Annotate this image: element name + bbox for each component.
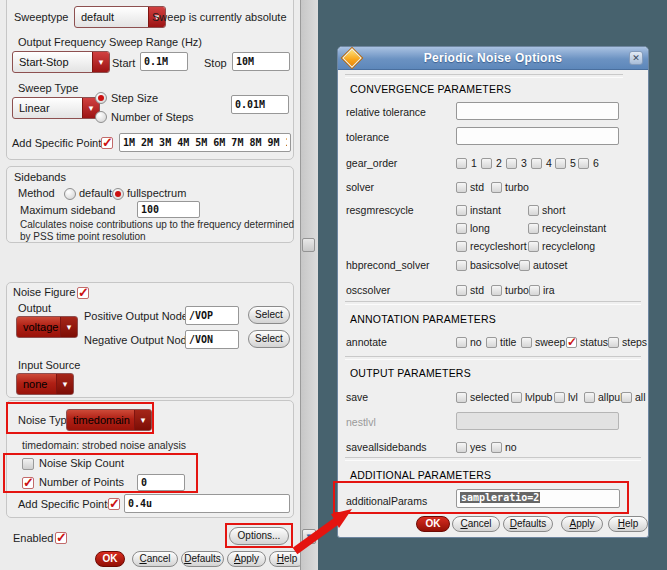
save-lvl-checkbox[interactable] bbox=[554, 392, 565, 403]
negative-node-label: Negative Output Node bbox=[84, 334, 193, 346]
cancel-button[interactable]: Cancel bbox=[132, 551, 178, 567]
saveallsidebands-label: saveallsidebands bbox=[346, 441, 427, 453]
save-all-checkbox[interactable] bbox=[621, 392, 632, 403]
annotation-box-points bbox=[3, 453, 198, 493]
annotate-title-checkbox[interactable] bbox=[486, 337, 497, 348]
resgm-recyclelong-checkbox[interactable] bbox=[528, 241, 539, 252]
resgm-long-label: long bbox=[470, 222, 490, 234]
negative-select-button[interactable]: Select bbox=[248, 330, 290, 348]
hb-autoset-checkbox[interactable] bbox=[519, 260, 530, 271]
range-mode-dropdown[interactable]: Start-Stop ▾ bbox=[12, 51, 110, 73]
titlebar-groove bbox=[345, 74, 623, 78]
dialog-ok-button[interactable]: OK bbox=[416, 516, 450, 532]
gear-4-checkbox[interactable] bbox=[531, 158, 542, 169]
annotate-no-checkbox[interactable] bbox=[456, 337, 467, 348]
noise-add-points-checkbox[interactable] bbox=[108, 498, 120, 510]
ok-button[interactable]: OK bbox=[95, 551, 125, 567]
sasb-yes-checkbox[interactable] bbox=[456, 442, 467, 453]
stop-label: Stop bbox=[204, 57, 227, 69]
hb-autoset-label: autoset bbox=[533, 259, 567, 271]
nestlvl-input bbox=[456, 412, 619, 430]
hb-basicsolver-checkbox[interactable] bbox=[456, 260, 467, 271]
positive-node-input[interactable] bbox=[185, 306, 239, 325]
step-size-input[interactable] bbox=[231, 95, 289, 114]
reltol-input[interactable] bbox=[456, 102, 619, 120]
output-header: OUTPUT PARAMETERS bbox=[350, 367, 471, 379]
section-divider bbox=[345, 457, 641, 461]
osc-std-checkbox[interactable] bbox=[456, 285, 467, 296]
annotate-sweep-checkbox[interactable] bbox=[521, 337, 532, 348]
enabled-checkbox[interactable] bbox=[55, 532, 67, 544]
tolerance-label: tolerance bbox=[346, 131, 389, 143]
scrollbar-thumb[interactable] bbox=[302, 238, 315, 252]
gear-5-checkbox[interactable] bbox=[555, 158, 566, 169]
hbprecond-label: hbprecond_solver bbox=[346, 259, 429, 271]
output-dropdown[interactable]: voltage ▾ bbox=[16, 316, 78, 338]
negative-node-input[interactable] bbox=[185, 330, 239, 349]
noise-type-desc: timedomain: strobed noise analysis bbox=[22, 439, 186, 451]
step-size-radio[interactable] bbox=[95, 92, 107, 104]
resgm-recycleshort-checkbox[interactable] bbox=[456, 241, 467, 252]
save-selected-checkbox[interactable] bbox=[456, 392, 467, 403]
close-icon[interactable]: ✕ bbox=[629, 51, 643, 65]
solver-turbo-checkbox[interactable] bbox=[491, 182, 502, 193]
number-of-steps-radio[interactable] bbox=[95, 111, 107, 123]
dialog-help-button[interactable]: Help bbox=[608, 516, 648, 532]
save-lvlpub-checkbox[interactable] bbox=[511, 392, 522, 403]
dialog-defaults-button[interactable]: Defaults bbox=[503, 516, 553, 532]
noise-figure-checkbox[interactable] bbox=[77, 287, 89, 299]
screenshot-root: Sweeptype default ▾ Sweep is currently a… bbox=[0, 0, 667, 570]
add-points-input[interactable] bbox=[119, 133, 291, 152]
annotation-arrow bbox=[288, 503, 358, 559]
input-source-dropdown[interactable]: none ▾ bbox=[16, 373, 74, 395]
dialog-cancel-button[interactable]: Cancel bbox=[452, 516, 500, 532]
chevron-down-icon[interactable]: ▾ bbox=[92, 52, 109, 72]
resgm-recycleinstant-checkbox[interactable] bbox=[528, 223, 539, 234]
gear-1-checkbox[interactable] bbox=[456, 158, 467, 169]
gear-4-label: 4 bbox=[546, 157, 552, 169]
method-fullspectrum-radio[interactable] bbox=[112, 188, 124, 200]
annotate-sweep-label: sweep bbox=[535, 336, 565, 348]
input-source-value: none bbox=[23, 378, 47, 390]
osc-turbo-label: turbo bbox=[505, 284, 529, 296]
oscsolver-label: oscsolver bbox=[346, 284, 390, 296]
gear-2-checkbox[interactable] bbox=[481, 158, 492, 169]
sweeptype-value: default bbox=[81, 11, 114, 23]
apply-button[interactable]: Apply bbox=[227, 551, 266, 567]
sasb-no-checkbox[interactable] bbox=[491, 442, 502, 453]
save-allpub-checkbox[interactable] bbox=[584, 392, 595, 403]
annotate-status-checkbox[interactable] bbox=[566, 337, 577, 348]
dialog-titlebar[interactable]: Periodic Noise Options ✕ bbox=[338, 47, 648, 70]
chevron-down-icon[interactable]: ▾ bbox=[60, 317, 77, 337]
resgm-short-checkbox[interactable] bbox=[528, 205, 539, 216]
stop-input[interactable] bbox=[232, 52, 290, 71]
sweep-type-dropdown[interactable]: Linear ▾ bbox=[12, 97, 100, 119]
resgm-long-checkbox[interactable] bbox=[456, 223, 467, 234]
resgm-instant-checkbox[interactable] bbox=[456, 205, 467, 216]
gear-3-checkbox[interactable] bbox=[506, 158, 517, 169]
save-all-label: all bbox=[635, 391, 646, 403]
add-points-label: Add Specific Points bbox=[12, 137, 107, 149]
output-label: Output bbox=[18, 302, 51, 314]
max-sideband-input[interactable] bbox=[137, 201, 200, 218]
chevron-down-icon[interactable]: ▾ bbox=[56, 374, 73, 394]
method-default-radio[interactable] bbox=[64, 188, 76, 200]
osc-ira-checkbox[interactable] bbox=[529, 285, 540, 296]
tolerance-input[interactable] bbox=[456, 127, 619, 145]
annotation-box-noise-type bbox=[6, 402, 154, 434]
osc-turbo-checkbox[interactable] bbox=[491, 285, 502, 296]
dialog-apply-button[interactable]: Apply bbox=[561, 516, 603, 532]
number-of-steps-label: Number of Steps bbox=[111, 111, 194, 123]
add-points-checkbox[interactable] bbox=[101, 137, 113, 149]
resgm-instant-label: instant bbox=[470, 204, 501, 216]
defaults-button[interactable]: Defaults bbox=[181, 551, 224, 567]
save-selected-label: selected bbox=[470, 391, 509, 403]
scrollbar-track[interactable] bbox=[300, 0, 318, 570]
solver-std-checkbox[interactable] bbox=[456, 182, 467, 193]
start-input[interactable] bbox=[140, 52, 188, 71]
gear-6-checkbox[interactable] bbox=[578, 158, 589, 169]
noise-add-points-input[interactable] bbox=[124, 494, 290, 513]
annotate-steps-checkbox[interactable] bbox=[608, 337, 619, 348]
positive-select-button[interactable]: Select bbox=[248, 306, 290, 324]
gear-2-label: 2 bbox=[496, 157, 502, 169]
